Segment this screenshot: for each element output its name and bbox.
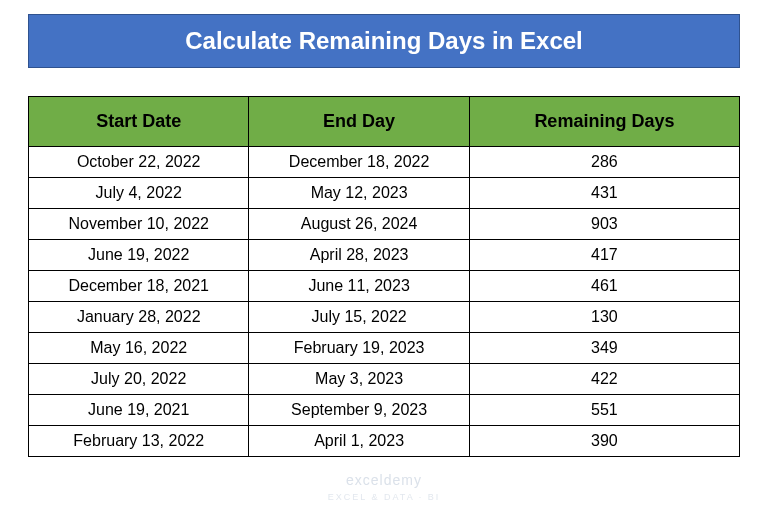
- cell-end-day: August 26, 2024: [249, 209, 469, 240]
- cell-remaining-days: 390: [469, 426, 739, 457]
- table-row: June 19, 2022April 28, 2023417: [29, 240, 740, 271]
- cell-remaining-days: 417: [469, 240, 739, 271]
- table-row: June 19, 2021September 9, 2023551: [29, 395, 740, 426]
- cell-end-day: July 15, 2022: [249, 302, 469, 333]
- cell-remaining-days: 551: [469, 395, 739, 426]
- cell-start-date: June 19, 2021: [29, 395, 249, 426]
- cell-end-day: May 3, 2023: [249, 364, 469, 395]
- header-row: Start Date End Day Remaining Days: [29, 97, 740, 147]
- cell-start-date: July 4, 2022: [29, 178, 249, 209]
- cell-remaining-days: 461: [469, 271, 739, 302]
- cell-end-day: December 18, 2022: [249, 147, 469, 178]
- cell-start-date: July 20, 2022: [29, 364, 249, 395]
- cell-start-date: May 16, 2022: [29, 333, 249, 364]
- watermark-sub: EXCEL & DATA · BI: [328, 492, 440, 502]
- cell-start-date: October 22, 2022: [29, 147, 249, 178]
- cell-start-date: January 28, 2022: [29, 302, 249, 333]
- watermark-main: exceldemy: [346, 472, 422, 488]
- cell-end-day: April 28, 2023: [249, 240, 469, 271]
- cell-end-day: June 11, 2023: [249, 271, 469, 302]
- header-end-day: End Day: [249, 97, 469, 147]
- cell-remaining-days: 431: [469, 178, 739, 209]
- header-start-date: Start Date: [29, 97, 249, 147]
- table-row: July 4, 2022May 12, 2023431: [29, 178, 740, 209]
- cell-start-date: June 19, 2022: [29, 240, 249, 271]
- table-row: December 18, 2021June 11, 2023461: [29, 271, 740, 302]
- header-remaining-days: Remaining Days: [469, 97, 739, 147]
- data-table: Start Date End Day Remaining Days Octobe…: [28, 96, 740, 457]
- cell-end-day: February 19, 2023: [249, 333, 469, 364]
- cell-start-date: December 18, 2021: [29, 271, 249, 302]
- cell-remaining-days: 349: [469, 333, 739, 364]
- cell-remaining-days: 422: [469, 364, 739, 395]
- table-row: October 22, 2022December 18, 2022286: [29, 147, 740, 178]
- table-row: May 16, 2022February 19, 2023349: [29, 333, 740, 364]
- cell-remaining-days: 286: [469, 147, 739, 178]
- table-row: July 20, 2022May 3, 2023422: [29, 364, 740, 395]
- cell-end-day: April 1, 2023: [249, 426, 469, 457]
- cell-remaining-days: 130: [469, 302, 739, 333]
- table-row: January 28, 2022July 15, 2022130: [29, 302, 740, 333]
- cell-start-date: November 10, 2022: [29, 209, 249, 240]
- table-row: November 10, 2022August 26, 2024903: [29, 209, 740, 240]
- cell-end-day: May 12, 2023: [249, 178, 469, 209]
- page-title: Calculate Remaining Days in Excel: [28, 14, 740, 68]
- cell-start-date: February 13, 2022: [29, 426, 249, 457]
- cell-end-day: September 9, 2023: [249, 395, 469, 426]
- cell-remaining-days: 903: [469, 209, 739, 240]
- table-row: February 13, 2022April 1, 2023390: [29, 426, 740, 457]
